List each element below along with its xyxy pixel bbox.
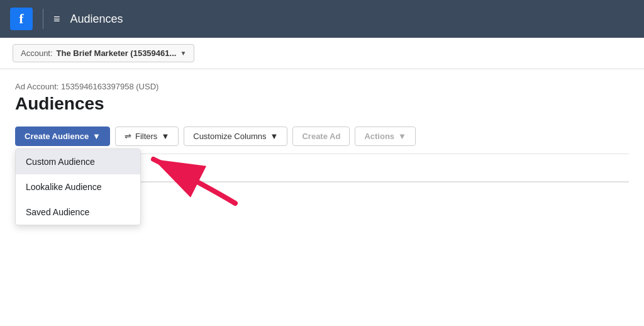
account-name: The Brief Marketer (15359461... xyxy=(57,48,177,58)
create-audience-button[interactable]: Create Audience ▼ xyxy=(15,126,110,146)
actions-button[interactable]: Actions ▼ xyxy=(355,126,416,146)
navbar: f ≡ Audiences xyxy=(0,0,644,38)
filters-button[interactable]: ⇌ Filters ▼ xyxy=(115,126,179,146)
filter-icon: ⇌ xyxy=(125,132,131,141)
account-bar: Account: The Brief Marketer (15359461...… xyxy=(0,38,644,69)
account-selector[interactable]: Account: The Brief Marketer (15359461...… xyxy=(13,44,194,62)
nav-divider xyxy=(43,9,43,29)
dropdown-item-custom-audience[interactable]: Custom Audience xyxy=(16,149,140,174)
hamburger-icon[interactable]: ≡ xyxy=(53,13,60,26)
account-label: Account: xyxy=(21,48,53,58)
main-content: Ad Account: 1535946163397958 (USD) Audie… xyxy=(0,69,644,326)
nav-title: Audiences xyxy=(70,13,123,26)
facebook-logo: f xyxy=(10,8,33,30)
customize-columns-button[interactable]: Customize Columns ▼ xyxy=(184,126,287,146)
page-title: Audiences xyxy=(15,94,629,114)
account-chevron-icon: ▼ xyxy=(180,50,186,57)
toolbar: Create Audience ▼ Custom Audience Lookal… xyxy=(15,126,629,146)
dropdown-item-lookalike-audience[interactable]: Lookalike Audience xyxy=(16,174,140,200)
dropdown-item-saved-audience[interactable]: Saved Audience xyxy=(16,200,140,225)
create-audience-dropdown-menu: Custom Audience Lookalike Audience Saved… xyxy=(15,149,141,225)
create-audience-dropdown-wrapper: Create Audience ▼ Custom Audience Lookal… xyxy=(15,126,110,146)
create-ad-button[interactable]: Create Ad xyxy=(292,126,350,146)
ad-account-label: Ad Account: 1535946163397958 (USD) xyxy=(15,82,629,91)
